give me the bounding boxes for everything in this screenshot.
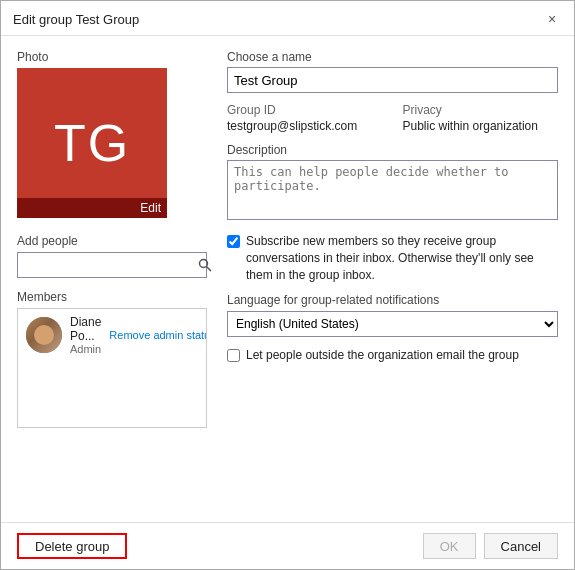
table-row: Diane Po... Admin Remove admin status — [18, 309, 206, 361]
group-id-label: Group ID — [227, 103, 383, 117]
ok-button[interactable]: OK — [423, 533, 476, 559]
member-action[interactable]: Remove admin status — [109, 329, 207, 341]
avatar-image — [26, 317, 62, 353]
photo-section: Photo TG Edit — [17, 50, 207, 218]
add-people-section: Add people — [17, 234, 207, 278]
edit-group-dialog: Edit group Test Group × Photo TG Edit Ad… — [0, 0, 575, 570]
privacy-value: Public within organization — [403, 119, 559, 133]
svg-line-1 — [207, 267, 212, 272]
outside-email-checkbox-row: Let people outside the organization emai… — [227, 347, 558, 364]
name-field-label: Choose a name — [227, 50, 558, 64]
description-input[interactable] — [227, 160, 558, 220]
members-box: Diane Po... Admin Remove admin status — [17, 308, 207, 428]
photo-label: Photo — [17, 50, 207, 64]
footer-right: OK Cancel — [423, 533, 558, 559]
cancel-button[interactable]: Cancel — [484, 533, 558, 559]
close-button[interactable]: × — [542, 9, 562, 29]
meta-row: Group ID testgroup@slipstick.com Privacy… — [227, 103, 558, 133]
language-section: Language for group-related notifications… — [227, 293, 558, 337]
photo-initials: TG — [54, 113, 130, 173]
title-bar: Edit group Test Group × — [1, 1, 574, 36]
privacy-label: Privacy — [403, 103, 559, 117]
member-name: Diane Po... — [70, 315, 101, 343]
group-id-value: testgroup@slipstick.com — [227, 119, 383, 133]
outside-email-label: Let people outside the organization emai… — [246, 347, 519, 364]
left-panel: Photo TG Edit Add people — [17, 50, 207, 508]
dialog-title: Edit group Test Group — [13, 12, 139, 27]
dialog-body: Photo TG Edit Add people — [1, 36, 574, 522]
members-label: Members — [17, 290, 207, 304]
dialog-footer: Delete group OK Cancel — [1, 522, 574, 569]
search-icon-button[interactable] — [198, 253, 212, 277]
right-panel: Choose a name Group ID testgroup@slipsti… — [227, 50, 558, 508]
description-section: Description — [227, 143, 558, 223]
photo-container: TG Edit — [17, 68, 167, 218]
search-icon — [198, 258, 212, 272]
avatar — [26, 317, 62, 353]
subscribe-label: Subscribe new members so they receive gr… — [246, 233, 558, 283]
add-people-label: Add people — [17, 234, 207, 248]
add-people-input[interactable] — [18, 253, 198, 277]
group-name-input[interactable] — [227, 67, 558, 93]
outside-email-checkbox[interactable] — [227, 349, 240, 362]
group-id-section: Group ID testgroup@slipstick.com — [227, 103, 383, 133]
subscribe-checkbox[interactable] — [227, 235, 240, 248]
privacy-section: Privacy Public within organization — [403, 103, 559, 133]
add-people-search-container — [17, 252, 207, 278]
photo-edit-bar[interactable]: Edit — [17, 198, 167, 218]
member-role: Admin — [70, 343, 101, 355]
description-label: Description — [227, 143, 558, 157]
members-section: Members Diane Po... Admin Remove admin s… — [17, 290, 207, 428]
language-label: Language for group-related notifications — [227, 293, 558, 307]
delete-group-button[interactable]: Delete group — [17, 533, 127, 559]
svg-point-0 — [200, 260, 208, 268]
language-select[interactable]: English (United States) English (United … — [227, 311, 558, 337]
subscribe-checkbox-row: Subscribe new members so they receive gr… — [227, 233, 558, 283]
name-field-section: Choose a name — [227, 50, 558, 93]
member-info: Diane Po... Admin — [70, 315, 101, 355]
